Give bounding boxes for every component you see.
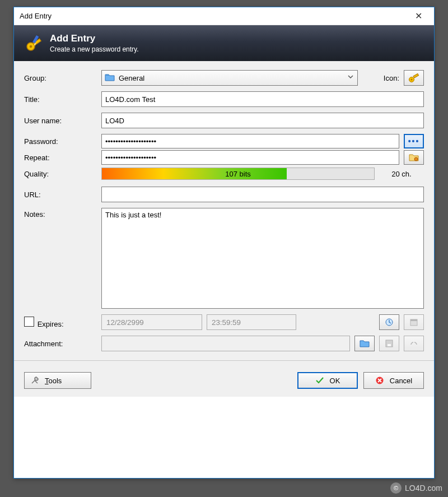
calendar-icon xyxy=(409,318,418,327)
key-pencil-icon xyxy=(24,33,44,53)
group-label: Group: xyxy=(24,74,97,82)
cancel-icon xyxy=(375,376,384,385)
divider xyxy=(14,360,434,361)
url-label: URL: xyxy=(24,191,97,199)
url-input[interactable] xyxy=(101,187,424,202)
title-label: Title: xyxy=(24,95,97,104)
tools-button[interactable]: Tools xyxy=(24,372,91,389)
quality-bar: 107 bits xyxy=(101,168,375,180)
folder-gear-icon xyxy=(409,153,419,162)
char-count: 20 ch. xyxy=(379,170,424,178)
group-select[interactable]: General xyxy=(101,70,358,86)
generate-password-button[interactable] xyxy=(404,150,424,165)
expires-date-input[interactable] xyxy=(101,314,202,330)
icon-picker-button[interactable] xyxy=(404,70,424,86)
titlebar: Add Entry ✕ xyxy=(14,7,434,25)
link-remove-icon xyxy=(409,339,418,348)
username-label: User name: xyxy=(24,117,97,125)
attachment-label: Attachment: xyxy=(24,340,97,348)
svg-point-6 xyxy=(411,79,413,81)
clock-icon xyxy=(385,318,394,327)
attach-open-button[interactable] xyxy=(354,336,375,351)
expires-checkbox[interactable] xyxy=(24,317,34,327)
header-title: Add Entry xyxy=(50,33,139,44)
svg-rect-7 xyxy=(413,74,419,78)
check-icon xyxy=(315,376,324,385)
notes-label: Notes: xyxy=(24,208,97,219)
cancel-button[interactable]: Cancel xyxy=(363,372,424,389)
quality-text: 107 bits xyxy=(102,170,374,178)
key-icon xyxy=(408,73,419,83)
expires-time-input[interactable] xyxy=(207,314,296,330)
password-label: Password: xyxy=(24,137,97,146)
expires-label: Expires: xyxy=(24,317,97,328)
clock-preset-button[interactable] xyxy=(379,314,399,330)
svg-rect-13 xyxy=(388,344,391,346)
notes-textarea[interactable] xyxy=(101,208,424,309)
svg-point-8 xyxy=(414,157,418,161)
icon-label: Icon: xyxy=(372,74,399,82)
password-input[interactable] xyxy=(101,134,399,148)
folder-open-icon xyxy=(360,339,370,348)
attach-remove-button xyxy=(404,336,424,351)
close-icon[interactable]: ✕ xyxy=(407,7,430,25)
svg-point-1 xyxy=(30,45,32,48)
title-input[interactable] xyxy=(101,91,424,107)
svg-rect-11 xyxy=(410,319,417,321)
attach-save-button xyxy=(379,336,399,351)
footer: Tools OK Cancel xyxy=(14,366,434,397)
disk-icon xyxy=(385,339,394,348)
repeat-input[interactable] xyxy=(101,150,399,165)
calendar-button xyxy=(404,314,424,330)
repeat-label: Repeat: xyxy=(24,154,97,162)
ok-button[interactable]: OK xyxy=(297,372,358,389)
add-entry-dialog: Add Entry ✕ Add Entry Create a new passw… xyxy=(13,7,435,479)
form-body: Group: General Icon: xyxy=(14,61,434,366)
dots-icon: ••• xyxy=(408,137,420,146)
toggle-password-button[interactable]: ••• xyxy=(404,134,424,148)
window-title: Add Entry xyxy=(20,12,407,20)
username-input[interactable] xyxy=(101,113,424,128)
tools-icon xyxy=(30,376,39,385)
attachment-input[interactable] xyxy=(101,336,350,351)
header-band: Add Entry Create a new password entry. xyxy=(14,25,434,61)
quality-label: Quality: xyxy=(24,170,97,178)
watermark-badge-icon: © xyxy=(390,482,402,494)
header-subtitle: Create a new password entry. xyxy=(50,45,139,53)
watermark: © LO4D.com xyxy=(390,482,442,494)
